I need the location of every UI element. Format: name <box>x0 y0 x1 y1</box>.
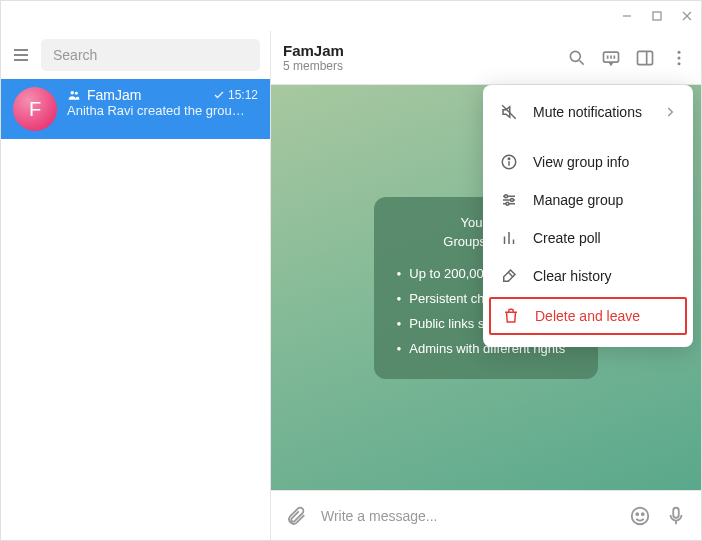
sidebar-header: Search <box>1 31 270 79</box>
window-close[interactable] <box>681 10 693 22</box>
titlebar <box>1 1 701 31</box>
menu-label: Clear history <box>533 268 612 284</box>
manage-icon <box>499 191 519 209</box>
svg-rect-15 <box>638 51 653 64</box>
window-maximize[interactable] <box>651 10 663 22</box>
chat-preview: Anitha Ravi created the grou… <box>67 103 258 118</box>
svg-point-21 <box>636 513 638 515</box>
more-dropdown: Mute notifications View group info <box>483 85 693 347</box>
menu-label: Create poll <box>533 230 601 246</box>
svg-rect-1 <box>653 12 661 20</box>
chat-title: FamJam <box>283 42 567 59</box>
svg-point-19 <box>678 62 681 65</box>
svg-point-18 <box>678 56 681 59</box>
chat-time: 15:12 <box>213 88 258 102</box>
comments-icon[interactable] <box>601 48 621 68</box>
menu-manage-group[interactable]: Manage group <box>483 181 693 219</box>
window-minimize[interactable] <box>621 10 633 22</box>
trash-icon <box>501 307 521 325</box>
header-icons <box>567 48 689 68</box>
main: Search F FamJam <box>1 31 701 540</box>
chat-name: FamJam <box>67 87 141 103</box>
chat-title-block[interactable]: FamJam 5 members <box>283 42 567 73</box>
svg-point-17 <box>678 50 681 53</box>
menu-clear-history[interactable]: Clear history <box>483 257 693 295</box>
chat-name-label: FamJam <box>87 87 141 103</box>
chat-header: FamJam 5 members <box>271 31 701 85</box>
emoji-icon[interactable] <box>629 505 651 527</box>
menu-view-group-info[interactable]: View group info <box>483 143 693 181</box>
clear-icon <box>499 267 519 285</box>
chevron-right-icon <box>663 105 677 119</box>
svg-line-38 <box>508 272 513 277</box>
avatar: F <box>13 87 57 131</box>
mute-icon <box>499 103 519 121</box>
svg-point-34 <box>506 202 509 205</box>
svg-point-30 <box>505 195 508 198</box>
chat-time-label: 15:12 <box>228 88 258 102</box>
voice-icon[interactable] <box>665 505 687 527</box>
svg-point-28 <box>508 158 510 160</box>
app-window: Search F FamJam <box>0 0 702 541</box>
menu-delete-and-leave[interactable]: Delete and leave <box>489 297 687 335</box>
svg-point-7 <box>71 91 75 95</box>
attach-icon[interactable] <box>285 505 307 527</box>
sidepanel-icon[interactable] <box>635 48 655 68</box>
svg-point-20 <box>632 507 649 524</box>
search-input[interactable]: Search <box>41 39 260 71</box>
svg-point-32 <box>511 199 514 202</box>
content: FamJam 5 members <box>271 31 701 540</box>
message-input[interactable]: Write a message... <box>321 508 615 524</box>
more-icon[interactable] <box>669 48 689 68</box>
menu-label: Delete and leave <box>535 308 640 324</box>
chat-text: FamJam 15:12 Anitha Ravi created the gro… <box>67 87 258 131</box>
composer: Write a message... <box>271 490 701 540</box>
chat-list: F FamJam 15:12 <box>1 79 270 540</box>
chat-list-item[interactable]: F FamJam 15:12 <box>1 79 270 139</box>
menu-label: View group info <box>533 154 629 170</box>
poll-icon <box>499 229 519 247</box>
menu-icon[interactable] <box>11 45 31 65</box>
svg-point-8 <box>75 92 78 95</box>
menu-label: Manage group <box>533 192 623 208</box>
menu-label: Mute notifications <box>533 104 642 120</box>
search-icon[interactable] <box>567 48 587 68</box>
svg-point-22 <box>642 513 644 515</box>
svg-point-9 <box>570 51 580 61</box>
menu-create-poll[interactable]: Create poll <box>483 219 693 257</box>
group-icon <box>67 88 81 102</box>
chat-subtitle: 5 members <box>283 59 567 73</box>
sidebar: Search F FamJam <box>1 31 271 540</box>
menu-mute-notifications[interactable]: Mute notifications <box>483 93 693 131</box>
info-icon <box>499 153 519 171</box>
svg-line-10 <box>580 60 584 64</box>
svg-rect-23 <box>673 507 679 517</box>
